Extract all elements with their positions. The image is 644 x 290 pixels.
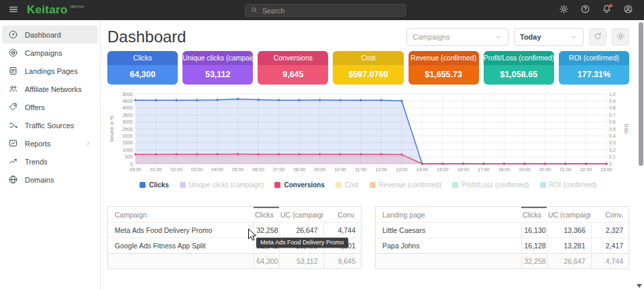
campaigns-filter-select[interactable]: Campaigns xyxy=(407,28,508,46)
sidebar-item-affiliate-networks[interactable]: Affiliate Networks xyxy=(2,80,98,98)
footer-total-conv-cell: 4,744 xyxy=(591,253,629,269)
column-header-clicks[interactable]: Clicks xyxy=(254,207,279,222)
people-icon xyxy=(8,84,18,94)
svg-text:1500: 1500 xyxy=(122,140,133,145)
svg-text:0.4: 0.4 xyxy=(609,134,616,138)
svg-text:Volume or %: Volume or % xyxy=(109,115,114,142)
svg-text:15:00: 15:00 xyxy=(437,167,449,172)
legend-label: Unique clicks (campaign) xyxy=(189,181,264,189)
notification-dot xyxy=(609,4,612,7)
stat-card-title: Revenue (confirmed) xyxy=(409,51,479,65)
legend-item-profit-loss-confirmed[interactable]: Profit/Loss (confirmed) xyxy=(452,181,529,189)
svg-text:04:00: 04:00 xyxy=(211,167,223,172)
legend-label: Conversions xyxy=(284,181,325,189)
dashboard-controls: Campaigns Today xyxy=(407,28,629,46)
table-footer-row: 32,25826,6474,744 xyxy=(376,253,629,269)
legend-item-clicks[interactable]: Clicks xyxy=(140,181,168,189)
page-title: Dashboard xyxy=(107,28,186,46)
app-logo: Keitaro xyxy=(27,3,68,17)
sidebar-item-landings-pages[interactable]: Landings Pages xyxy=(2,62,98,80)
stat-card-revenue-confirmed: Revenue (confirmed)$1,655.73 xyxy=(409,51,479,85)
stat-card-value: 64,300 xyxy=(107,65,178,85)
sidebar-item-domains[interactable]: Domains xyxy=(2,171,98,189)
settings-button[interactable] xyxy=(555,2,572,18)
table-row[interactable]: Little Caesars16,13013,3662,327 xyxy=(376,222,629,238)
legend-item-cost[interactable]: Cost xyxy=(335,181,359,189)
svg-text:2000: 2000 xyxy=(122,134,133,138)
column-header-uc-campaign[interactable]: UC (campaign) xyxy=(547,207,591,222)
svg-text:03:00: 03:00 xyxy=(191,167,203,172)
legend-item-conversions[interactable]: Conversions xyxy=(274,181,325,189)
legend-swatch xyxy=(180,182,186,188)
main-content: Dashboard Campaigns Today Clicks64,300Un… xyxy=(101,20,644,290)
conv-cell: 2,417 xyxy=(591,238,629,253)
uc-cell: 13,281 xyxy=(547,238,591,253)
hamburger-menu-button[interactable] xyxy=(8,4,19,17)
notifications-button[interactable] xyxy=(598,2,614,18)
mouse-cursor xyxy=(248,228,257,241)
svg-text:16:00: 16:00 xyxy=(458,167,470,172)
sidebar-item-trends[interactable]: Trends xyxy=(2,152,98,171)
account-button[interactable] xyxy=(620,2,636,18)
name-cell: Google Ads Fitness App Split xyxy=(108,238,254,253)
legend-label: Profit/Loss (confirmed) xyxy=(462,181,529,189)
topbar: Keitaro demo xyxy=(0,0,644,20)
sidebar-item-offers[interactable]: Offers xyxy=(2,98,98,116)
global-search[interactable] xyxy=(245,4,406,17)
svg-text:0.2: 0.2 xyxy=(609,148,616,152)
conv-cell: 2,327 xyxy=(591,222,629,238)
traffic-chart[interactable]: 0500100015002000250030003500400045005000… xyxy=(107,91,629,176)
sidebar-item-campaigns[interactable]: Campaigns xyxy=(2,44,98,62)
dashboard-settings-button[interactable] xyxy=(612,28,629,46)
date-range-value: Today xyxy=(520,33,541,41)
gear-icon xyxy=(559,4,569,14)
target-icon xyxy=(8,48,18,58)
table-row[interactable]: Meta Ads Food Delivery Promo32,25826,647… xyxy=(108,222,361,238)
refresh-button[interactable] xyxy=(589,28,606,46)
svg-text:14:00: 14:00 xyxy=(417,167,429,172)
svg-text:2500: 2500 xyxy=(122,127,133,132)
document-icon xyxy=(8,66,18,76)
date-range-select[interactable]: Today xyxy=(514,28,584,46)
scroll-down-arrow[interactable] xyxy=(637,284,642,288)
svg-text:11:00: 11:00 xyxy=(355,167,366,172)
column-header-conv[interactable]: Conv. xyxy=(591,207,629,222)
column-header-uc-campaign[interactable]: UC (campaign) xyxy=(279,207,323,222)
stat-card-title: ROI (confirmed) xyxy=(559,51,629,65)
chart-legend: ClicksUnique clicks (campaign)Conversion… xyxy=(107,181,629,189)
sidebar-item-reports[interactable]: Reports xyxy=(2,134,98,152)
scrollbar-thumb[interactable] xyxy=(639,22,643,166)
footer-total-clicks-cell: 64,300 xyxy=(254,253,279,269)
sidebar-item-label: Landings Pages xyxy=(25,67,92,75)
column-header-conv[interactable]: Conv. xyxy=(323,207,361,222)
legend-item-unique-clicks-campaign[interactable]: Unique clicks (campaign) xyxy=(180,181,264,189)
legend-item-roi-confirmed[interactable]: ROI (confirmed) xyxy=(540,181,597,189)
stat-card-title: Unique clicks (campaign) xyxy=(182,51,253,65)
legend-label: ROI (confirmed) xyxy=(549,181,597,189)
column-header-clicks[interactable]: Clicks xyxy=(521,207,547,222)
column-header-landing-page[interactable]: Landing page xyxy=(376,207,521,222)
refresh-icon xyxy=(593,32,602,43)
chevron-down-icon xyxy=(570,33,578,41)
trend-icon xyxy=(8,156,18,166)
sidebar-item-traffic-sources[interactable]: Traffic Sources xyxy=(2,116,98,134)
svg-text:3500: 3500 xyxy=(122,113,133,117)
footer-total-name-cell xyxy=(108,253,254,269)
stat-card-unique-clicks-campaign: Unique clicks (campaign)53,112 xyxy=(182,51,253,85)
name-cell: Meta Ads Food Delivery Promo xyxy=(108,222,254,238)
sidebar-item-dashboard[interactable]: Dashboard xyxy=(2,26,98,44)
stat-card-profit-loss-confirmed: Profit/Loss (confirmed)$1,058.65 xyxy=(484,51,554,85)
column-header-campaign[interactable]: Campaign xyxy=(108,207,254,222)
help-button[interactable] xyxy=(577,2,593,18)
svg-text:13:00: 13:00 xyxy=(396,167,408,172)
table-row[interactable]: Papa Johns16,12813,2812,417 xyxy=(376,238,629,253)
legend-item-revenue-confirmed[interactable]: Revenue (confirmed) xyxy=(370,181,441,189)
legend-swatch xyxy=(540,182,546,188)
svg-text:0: 0 xyxy=(130,162,133,166)
gear-icon xyxy=(616,32,625,43)
search-input[interactable] xyxy=(262,7,400,15)
clicks-cell: 16,130 xyxy=(521,222,547,238)
globe-icon xyxy=(8,175,18,185)
gear-icon xyxy=(559,4,569,16)
chevron-down-icon xyxy=(494,33,502,41)
